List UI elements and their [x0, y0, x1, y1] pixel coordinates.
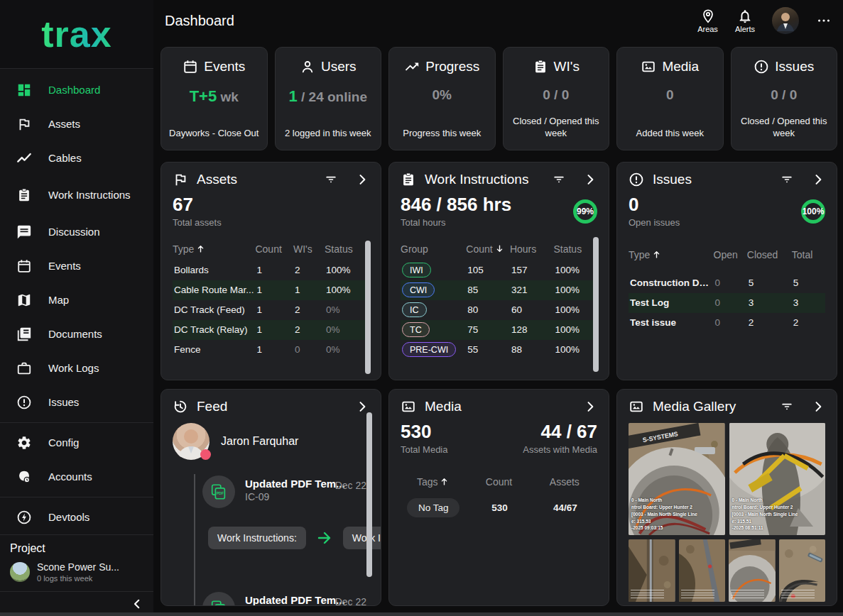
table-row[interactable]: No Tag 530 44/67 — [401, 495, 597, 522]
column-header-wis[interactable]: WI's — [293, 243, 325, 255]
stat-card-issues: Issues 0 / 0 Closed / Opened this week — [731, 47, 838, 150]
chevron-right-icon[interactable] — [355, 400, 369, 414]
table-row[interactable]: Construction Defect055 — [629, 273, 825, 293]
sidebar-item-discussion[interactable]: Discussion — [0, 215, 153, 249]
gallery-photo[interactable] — [779, 539, 826, 602]
feed-user-name: Jaron Farquhar — [221, 435, 298, 448]
table-row[interactable]: CWI85321100% — [401, 280, 597, 300]
table-row[interactable]: Cable Route Mar...11100% — [173, 280, 369, 300]
gallery-photo[interactable] — [629, 539, 675, 602]
sidebar-item-work-logs[interactable]: Work Logs — [0, 351, 153, 385]
sidebar-item-work-instructions[interactable]: Work Instructions — [0, 175, 153, 215]
chevron-right-icon[interactable] — [811, 400, 825, 414]
tag-pill: No Tag — [407, 498, 460, 517]
sidebar: trax Dashboard Assets Cables Work Instru… — [0, 0, 153, 616]
table-row[interactable]: Test Log033 — [629, 293, 825, 313]
sidebar-nav: Dashboard Assets Cables Work Instruction… — [0, 69, 153, 534]
chevron-left-icon[interactable] — [131, 598, 143, 610]
sidebar-item-issues[interactable]: Issues — [0, 385, 153, 419]
vertical-scrollbar[interactable] — [593, 237, 599, 372]
sidebar-item-label: Issues — [48, 396, 79, 409]
filter-icon[interactable] — [552, 172, 566, 187]
table-row[interactable]: Fence100% — [173, 340, 369, 360]
map-icon — [16, 292, 32, 308]
wi-total-label: Total hours — [401, 217, 597, 228]
gallery-photo[interactable]: 0 - Main North ntrol Board: Upper Hunter… — [729, 423, 826, 535]
more-options-icon[interactable] — [816, 13, 832, 28]
sidebar-item-documents[interactable]: Documents — [0, 317, 153, 351]
feed-item[interactable]: PDF Updated PDF Tem... IC-07 Dec 22 — [202, 592, 369, 606]
column-header-count[interactable]: Count — [255, 243, 293, 255]
cards-row-3: Feed Jaron Farquhar — [161, 389, 837, 606]
stat-value: 1 — [289, 87, 298, 105]
column-header-type[interactable]: Type — [173, 243, 255, 255]
gallery-photo[interactable] — [729, 539, 776, 602]
image-icon — [629, 399, 644, 414]
media-table: Tags Count Assets No Tag 530 44/67 — [401, 469, 597, 522]
alerts-button[interactable]: Alerts — [735, 9, 755, 33]
column-header-count[interactable]: Count — [486, 476, 512, 488]
column-header-open[interactable]: Open — [714, 249, 747, 260]
vertical-scrollbar[interactable] — [366, 412, 372, 577]
table-row[interactable]: DC Track (Feed)120% — [173, 300, 369, 320]
sidebar-item-events[interactable]: Events — [0, 249, 153, 283]
chevron-right-icon[interactable] — [355, 172, 369, 187]
filter-icon[interactable] — [324, 172, 338, 187]
feed-item-title: Updated PDF Tem... — [245, 478, 325, 490]
project-name: Scone Power Su... — [37, 561, 119, 573]
stat-value: 0 / 0 — [543, 87, 569, 102]
media-card: Media 530 Total Media 44 / 67 Assets wit… — [388, 389, 609, 606]
column-header-status[interactable]: Status — [553, 243, 597, 255]
feed-item-reference: IC-09 — [245, 491, 325, 502]
areas-button[interactable]: Areas — [697, 9, 718, 33]
sidebar-item-cables[interactable]: Cables — [0, 141, 153, 175]
feed-item-title: Updated PDF Tem... — [245, 594, 325, 606]
filter-icon[interactable] — [780, 172, 794, 187]
table-row[interactable]: IWI105157100% — [401, 260, 597, 280]
project-avatar — [10, 562, 30, 582]
table-row[interactable]: Bollards12100% — [173, 260, 369, 280]
gallery-grid: S-SYSTEMS 0 - M — [629, 423, 825, 602]
assets-total-label: Total assets — [173, 217, 369, 228]
table-row[interactable]: IC8060100% — [401, 300, 597, 320]
stat-title: Events — [204, 59, 245, 75]
column-header-assets[interactable]: Assets — [550, 476, 580, 488]
sidebar-item-devtools[interactable]: Devtools — [0, 500, 153, 534]
sidebar-item-map[interactable]: Map — [0, 283, 153, 317]
sidebar-item-label: Work Instructions — [48, 189, 131, 202]
column-header-tags[interactable]: Tags — [417, 476, 450, 488]
sidebar-item-dashboard[interactable]: Dashboard — [0, 73, 153, 107]
project-selector[interactable]: Scone Power Su... 0 logs this week — [10, 561, 143, 583]
project-heading: Project — [10, 542, 143, 555]
table-row[interactable]: DC Track (Relay)120% — [173, 320, 369, 340]
column-header-type[interactable]: Type — [629, 249, 714, 260]
user-avatar[interactable] — [772, 7, 799, 34]
gallery-photo[interactable] — [679, 539, 726, 602]
column-header-hours[interactable]: Hours — [510, 243, 554, 255]
vertical-scrollbar[interactable] — [365, 241, 371, 374]
flag-icon — [16, 116, 32, 132]
sidebar-item-label: Accounts — [48, 471, 92, 484]
filter-icon[interactable] — [780, 400, 794, 414]
horizontal-scrollbar[interactable] — [0, 612, 843, 616]
arrow-right-icon — [316, 529, 333, 546]
sidebar-item-accounts[interactable]: Accounts — [0, 460, 153, 494]
sidebar-item-config[interactable]: Config — [0, 426, 153, 460]
column-header-count[interactable]: Count — [466, 243, 510, 255]
gallery-photo[interactable]: S-SYSTEMS 0 - M — [629, 423, 725, 535]
card-title: Issues — [653, 172, 771, 187]
chevron-right-icon[interactable] — [583, 400, 597, 414]
chevron-right-icon[interactable] — [811, 172, 825, 187]
column-header-group[interactable]: Group — [401, 243, 466, 255]
feed-item[interactable]: PDF Updated PDF Tem... IC-09 Dec 22 — [202, 475, 369, 508]
column-header-closed[interactable]: Closed — [747, 249, 792, 260]
stat-value: T+5 — [190, 87, 217, 105]
table-row[interactable]: Test issue022 — [629, 313, 825, 333]
column-header-status[interactable]: Status — [325, 243, 369, 255]
sidebar-item-assets[interactable]: Assets — [0, 107, 153, 141]
table-row[interactable]: PRE-CWI5588100% — [401, 340, 597, 360]
column-header-total[interactable]: Total — [792, 249, 825, 260]
chevron-right-icon[interactable] — [583, 172, 597, 187]
table-row[interactable]: TC75128100% — [401, 320, 597, 340]
stat-card-events: Events T+5 wk Dayworks - Close Out — [161, 47, 268, 150]
